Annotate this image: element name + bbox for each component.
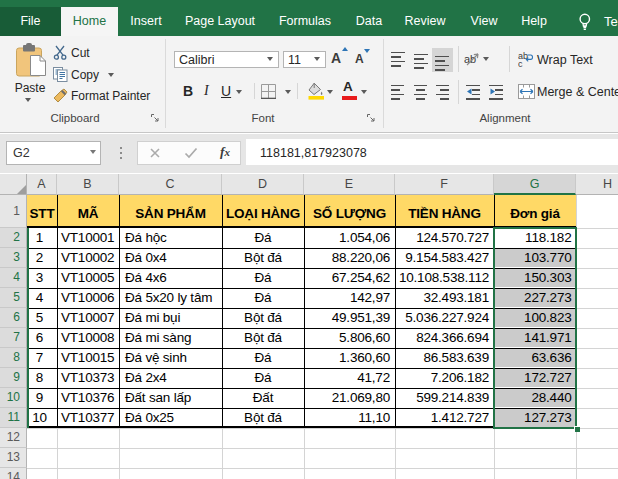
- svg-text:c: c: [518, 59, 523, 67]
